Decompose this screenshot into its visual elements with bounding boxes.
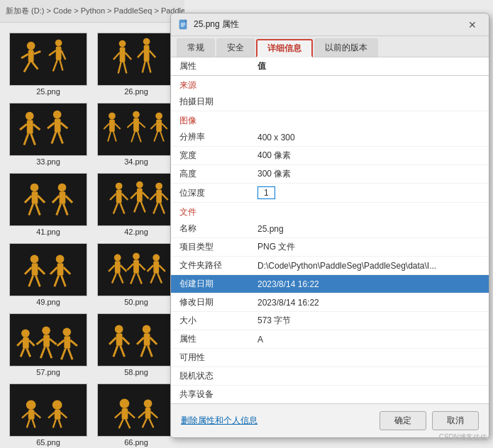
table-row: 脱机状态 — [171, 367, 489, 386]
prop-key: 修改日期 — [171, 293, 249, 312]
section-label-image: 图像 — [171, 111, 489, 129]
table-row: 属性 A — [171, 330, 489, 349]
section-file: 文件 — [171, 203, 489, 220]
dialog-titlebar: 25.png 属性 ✕ — [171, 13, 489, 36]
ok-button[interactable]: 确定 — [380, 411, 426, 430]
section-label-source: 来源 — [171, 76, 489, 94]
prop-value — [249, 93, 489, 111]
table-row: 项目类型 PNG 文件 — [171, 238, 489, 257]
table-row: 分辨率 400 x 300 — [171, 128, 489, 147]
prop-value: 2023/8/14 16:22 — [249, 293, 489, 312]
prop-value: 300 像素 — [249, 165, 489, 184]
prop-key: 大小 — [171, 312, 249, 330]
tab-details[interactable]: 详细信息 — [256, 39, 313, 57]
prop-value: A — [249, 330, 489, 349]
prop-key: 拍摄日期 — [171, 93, 249, 111]
table-row: 宽度 400 像素 — [171, 147, 489, 165]
prop-value-created: 2023/8/14 16:22 — [249, 275, 489, 293]
properties-dialog: 25.png 属性 ✕ 常规 安全 详细信息 以前的版本 属性 值 来源 拍摄日… — [170, 13, 489, 438]
table-row: 可用性 — [171, 349, 489, 367]
prop-value-bit-depth: 1 — [249, 184, 489, 203]
prop-key: 可用性 — [171, 349, 249, 367]
delete-properties-link[interactable]: 删除属性和个人信息 — [181, 415, 374, 427]
cancel-button[interactable]: 取消 — [432, 411, 479, 430]
prop-value — [249, 349, 489, 367]
dialog-tabs: 常规 安全 详细信息 以前的版本 — [171, 36, 489, 57]
table-row: 位深度 1 — [171, 184, 489, 203]
prop-value: D:\Code\Python\PaddleSeg\PaddleSeg\data\… — [249, 257, 489, 275]
tab-general[interactable]: 常规 — [177, 38, 215, 57]
dialog-body: 属性 值 来源 拍摄日期 图像 分辨率 400 x 300 — [171, 57, 489, 403]
section-source: 来源 — [171, 76, 489, 94]
table-header-row: 属性 值 — [171, 57, 489, 76]
tab-previous-versions[interactable]: 以前的版本 — [314, 38, 378, 57]
prop-value: 573 字节 — [249, 312, 489, 330]
section-image: 图像 — [171, 111, 489, 129]
table-row: 大小 573 字节 — [171, 312, 489, 330]
prop-key: 分辨率 — [171, 128, 249, 147]
table-row-highlighted: 创建日期 2023/8/14 16:22 — [171, 275, 489, 293]
dialog-title: 25.png 属性 — [194, 18, 463, 30]
table-row: 高度 300 像素 — [171, 165, 489, 184]
prop-key: 高度 — [171, 165, 249, 184]
prop-value — [249, 386, 489, 404]
prop-key: 文件夹路径 — [171, 257, 249, 275]
col-header-property: 属性 — [171, 57, 249, 76]
properties-table: 属性 值 来源 拍摄日期 图像 分辨率 400 x 300 — [171, 57, 489, 403]
prop-key: 位深度 — [171, 184, 249, 203]
svg-rect-181 — [185, 20, 187, 22]
prop-key: 宽度 — [171, 147, 249, 165]
prop-key: 项目类型 — [171, 238, 249, 257]
table-row: 名称 25.png — [171, 220, 489, 238]
bit-depth-value: 1 — [257, 186, 275, 199]
prop-value: PNG 文件 — [249, 238, 489, 257]
table-row: 共享设备 — [171, 386, 489, 404]
prop-key: 名称 — [171, 220, 249, 238]
prop-value: 400 x 300 — [249, 128, 489, 147]
prop-key: 共享设备 — [171, 386, 249, 404]
watermark: CSDN博客佐佐 — [439, 432, 487, 442]
file-icon — [178, 19, 189, 30]
close-button[interactable]: ✕ — [463, 18, 482, 32]
prop-key: 属性 — [171, 330, 249, 349]
prop-value: 25.png — [249, 220, 489, 238]
prop-key-created: 创建日期 — [171, 275, 249, 293]
prop-value — [249, 367, 489, 386]
table-row: 文件夹路径 D:\Code\Python\PaddleSeg\PaddleSeg… — [171, 257, 489, 275]
prop-key: 脱机状态 — [171, 367, 249, 386]
col-header-value: 值 — [249, 57, 489, 76]
table-row: 修改日期 2023/8/14 16:22 — [171, 293, 489, 312]
table-row: 拍摄日期 — [171, 93, 489, 111]
tab-security[interactable]: 安全 — [216, 38, 255, 57]
section-label-file: 文件 — [171, 203, 489, 220]
prop-value: 400 像素 — [249, 147, 489, 165]
